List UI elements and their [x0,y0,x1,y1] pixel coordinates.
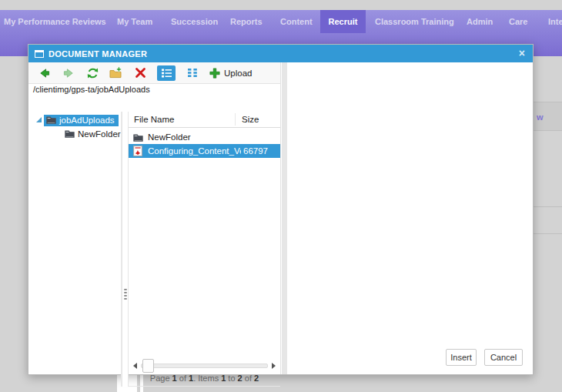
background-truncated-link[interactable]: w [537,112,544,122]
nav-item-admin[interactable]: Admin [467,17,493,26]
window-icon [35,50,44,58]
file-size: 66797 [241,146,268,156]
cancel-button[interactable]: Cancel [484,349,523,366]
file-manager-panels: jobAdUploads NewFolder [28,112,280,387]
pager-text: to [226,374,237,383]
nav-item-care[interactable]: Care [509,17,527,26]
file-manager-section: Upload /clientimg/gps-ta/jobAdUploads jo… [28,62,281,374]
nav-item-classroom-training[interactable]: Classroom Training [375,17,454,26]
pager-text: . Items [193,374,221,383]
close-icon[interactable]: × [519,46,525,61]
pager-text: Page [150,374,172,383]
refresh-icon [86,67,99,79]
pdf-file-icon [133,146,145,156]
forward-arrow-icon [62,67,75,79]
folder-icon [133,133,145,142]
back-arrow-icon [38,67,51,79]
file-row-selected-pdf[interactable]: Configuring_Content_Vendo 66797 [129,144,280,158]
back-button[interactable] [38,66,52,80]
pager-text: of [177,374,189,383]
folder-tree: jobAdUploads NewFolder [28,112,122,387]
splitter-grip-icon [124,289,127,300]
upload-button[interactable]: Upload [209,68,252,79]
tree-node-selected[interactable]: jobAdUploads [44,115,119,126]
column-header-size[interactable]: Size [235,113,259,126]
tree-item-newfolder[interactable]: NewFolder [28,127,121,141]
list-view-button[interactable] [157,65,176,81]
grid-view-icon [187,68,198,78]
new-folder-icon [109,67,124,79]
file-row-newfolder[interactable]: NewFolder [129,130,280,144]
pager-status: Page 1 of 1. Items 1 to 2 of 2 [129,374,280,387]
list-view-icon [162,69,172,78]
browser-chrome-strip [0,0,562,10]
dialog-title: DOCUMENT MANAGER [49,49,147,59]
tree-item-label: NewFolder [78,129,121,139]
tree-item-label: jobAdUploads [59,116,115,125]
panel-splitter[interactable] [122,112,129,387]
pager-item-total: 2 [254,374,259,383]
scrollbar-thumb[interactable] [142,359,154,373]
tree-item-jobaduploads[interactable]: jobAdUploads [28,113,121,127]
nav-item-inte-truncated[interactable]: Inte [548,17,562,26]
refresh-button[interactable] [85,66,99,80]
column-header-file-name[interactable]: File Name [129,115,235,124]
nav-item-recruit-active[interactable]: Recruit [320,10,366,33]
file-list-header: File Name Size [129,112,280,128]
delete-button[interactable] [133,66,147,80]
file-manager-toolbar: Upload [28,62,280,84]
scrollbar-track[interactable] [141,364,268,368]
file-name: Configuring_Content_Vendo [148,146,241,156]
forward-button[interactable] [62,66,75,80]
horizontal-scrollbar[interactable] [129,358,280,374]
nav-item-content[interactable]: Content [280,17,313,26]
nav-item-succession[interactable]: Succession [171,17,218,26]
scroll-right-icon[interactable] [272,363,276,369]
insert-button[interactable]: Insert [446,349,477,366]
new-folder-button[interactable] [109,66,123,80]
document-manager-dialog: DOCUMENT MANAGER × [28,44,534,375]
grid-view-button[interactable] [186,66,199,80]
upload-plus-icon [209,68,220,79]
path-bar[interactable]: /clientimg/gps-ta/jobAdUploads [28,84,280,95]
expand-collapse-icon[interactable] [36,117,42,122]
nav-item-my-performance-reviews[interactable]: My Performance Reviews [4,17,106,26]
tree-node[interactable]: NewFolder [62,129,125,140]
pager-text: of [243,374,254,383]
file-rows: NewFolder Configuring_Content_Vendo [129,130,280,158]
nav-item-my-team[interactable]: My Team [117,17,152,26]
folder-icon [46,116,56,124]
upload-button-label: Upload [224,69,252,78]
current-path: /clientimg/gps-ta/jobAdUploads [33,85,150,94]
nav-item-reports[interactable]: Reports [230,17,263,26]
section-splitbar[interactable] [282,62,287,374]
folder-icon [65,129,75,138]
delete-icon [135,67,146,79]
dialog-titlebar[interactable]: DOCUMENT MANAGER × [28,45,533,62]
file-name: NewFolder [148,132,241,142]
scroll-left-icon[interactable] [133,363,137,369]
file-list-panel: File Name Size NewFolder [129,112,280,387]
